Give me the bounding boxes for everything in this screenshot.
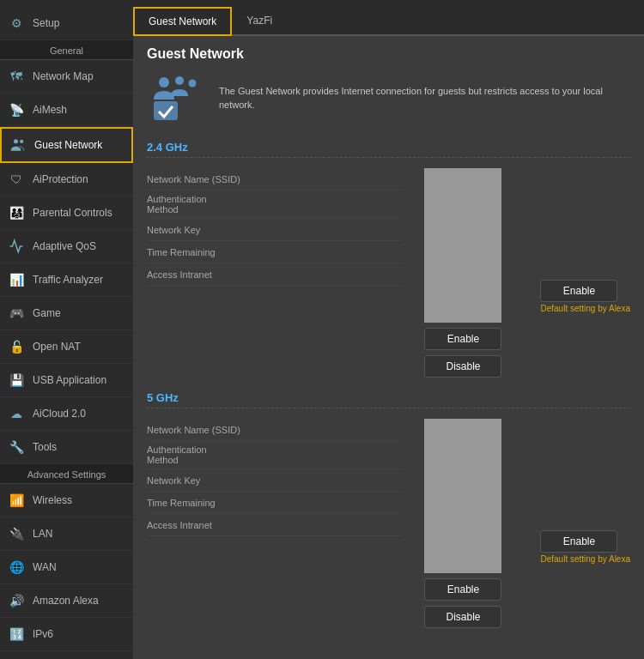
sidebar-item-adaptive-qos-label: Adaptive QoS	[33, 240, 96, 252]
disable-button-5ghz[interactable]: Disable	[424, 606, 501, 628]
sidebar-item-adaptive-qos[interactable]: Adaptive QoS	[0, 230, 133, 263]
sidebar-item-tools[interactable]: 🔧 Tools	[0, 431, 133, 464]
form-row-time-5: Time Remaining	[147, 492, 403, 514]
sidebar-item-aiprotection-label: AiProtection	[33, 173, 88, 185]
game-icon: 🎮	[7, 304, 26, 323]
sidebar-item-aiprotection[interactable]: 🛡 AiProtection	[0, 163, 133, 196]
right-column-5ghz: Enable Default setting by Alexa	[523, 419, 630, 628]
disable-button-24ghz[interactable]: Disable	[424, 355, 501, 378]
sidebar-item-game[interactable]: 🎮 Game	[0, 297, 133, 330]
top-bar	[0, 0, 644, 7]
svg-point-2	[159, 77, 169, 88]
sidebar-item-network-map-label: Network Map	[33, 70, 94, 82]
ssid-5-label: Network Name (SSID)	[147, 421, 267, 438]
center-column-5ghz: Enable Disable	[411, 419, 514, 628]
intranet-24-label: Access Intranet	[147, 266, 267, 283]
form-row-ssid-24: Network Name (SSID)	[147, 168, 403, 190]
tools-icon: 🔧	[7, 438, 26, 456]
svg-point-1	[20, 140, 23, 143]
tab-guest-network[interactable]: Guest Network	[133, 7, 232, 36]
guest-network-icon	[9, 136, 27, 154]
sidebar-item-ipv6[interactable]: 🔢 IPv6	[0, 618, 133, 651]
enable-button-5ghz-center[interactable]: Enable	[424, 578, 501, 601]
page-title: Guest Network	[147, 46, 630, 62]
sidebar-item-wan[interactable]: 🌐 WAN	[0, 551, 133, 584]
intranet-5-label: Access Intranet	[147, 517, 267, 534]
sidebar-item-setup-label: Setup	[33, 17, 59, 29]
key-24-label: Network Key	[147, 221, 267, 239]
sidebar-item-guest-network[interactable]: Guest Network	[0, 127, 133, 163]
network-panel-24ghz: Network Name (SSID) AuthenticationMethod…	[147, 168, 630, 378]
key-5-label: Network Key	[147, 472, 267, 489]
aicloud-icon: ☁	[7, 404, 26, 423]
ssid-24-label: Network Name (SSID)	[147, 171, 267, 188]
enable-button-24ghz-right[interactable]: Enable	[540, 280, 617, 302]
wan-icon: 🌐	[7, 558, 26, 577]
sidebar-item-open-nat-label: Open NAT	[33, 341, 81, 353]
sidebar: ⚙ Setup General 🗺 Network Map 📡 AiMesh G…	[0, 7, 133, 659]
gray-block-5ghz	[424, 419, 501, 573]
form-fields-24ghz: Network Name (SSID) AuthenticationMethod…	[147, 168, 403, 378]
lan-icon: 🔌	[7, 524, 26, 543]
form-row-auth-5: AuthenticationMethod	[147, 441, 403, 469]
tab-yazfi[interactable]: YazFi	[232, 7, 287, 34]
time-5-label: Time Remaining	[147, 494, 267, 511]
form-row-key-24: Network Key	[147, 219, 403, 241]
sidebar-item-open-nat[interactable]: 🔓 Open NAT	[0, 330, 133, 364]
tab-bar: Guest Network YazFi	[133, 7, 644, 36]
form-row-ssid-5: Network Name (SSID)	[147, 419, 403, 441]
svg-rect-5	[154, 101, 178, 120]
sidebar-item-amazon-alexa-label: Amazon Alexa	[33, 595, 99, 607]
sidebar-item-lan-label: LAN	[33, 528, 52, 540]
sidebar-item-usb-application-label: USB Application	[33, 374, 106, 386]
network-map-icon: 🗺	[7, 67, 26, 86]
network-panel-5ghz: Network Name (SSID) AuthenticationMethod…	[147, 419, 630, 628]
sidebar-item-wireless-label: Wireless	[33, 494, 72, 506]
sidebar-item-vpn[interactable]: 🔑 VPN	[0, 651, 133, 659]
sidebar-item-amazon-alexa[interactable]: 🔊 Amazon Alexa	[0, 584, 133, 618]
section-5ghz-divider	[147, 408, 630, 408]
traffic-analyzer-icon: 📊	[7, 270, 26, 289]
sidebar-item-wan-label: WAN	[33, 561, 57, 573]
alexa-label-5ghz: Default setting by Alexa	[540, 554, 630, 564]
auth-5-label: AuthenticationMethod	[147, 441, 267, 469]
enable-button-5ghz-right[interactable]: Enable	[540, 530, 617, 553]
wireless-icon: 📶	[7, 491, 26, 510]
center-column-24ghz: Enable Disable	[411, 168, 514, 378]
open-nat-icon: 🔓	[7, 337, 26, 356]
sidebar-item-parental-controls[interactable]: 👨‍👩‍👧 Parental Controls	[0, 196, 133, 230]
sidebar-item-aimesh-label: AiMesh	[33, 104, 67, 116]
form-row-time-24: Time Remaining	[147, 241, 403, 263]
svg-point-0	[14, 139, 18, 143]
form-fields-5ghz: Network Name (SSID) AuthenticationMethod…	[147, 419, 403, 628]
sidebar-item-traffic-analyzer[interactable]: 📊 Traffic Analyzer	[0, 263, 133, 297]
section-24ghz-divider	[147, 157, 630, 158]
sidebar-item-ipv6-label: IPv6	[33, 628, 53, 640]
page-content: Guest Network The Gu	[133, 36, 644, 659]
ipv6-icon: 🔢	[7, 625, 26, 644]
sidebar-item-lan[interactable]: 🔌 LAN	[0, 517, 133, 551]
usb-application-icon: 💾	[7, 371, 26, 390]
enable-button-24ghz-center[interactable]: Enable	[424, 328, 501, 350]
sidebar-item-wireless[interactable]: 📶 Wireless	[0, 484, 133, 517]
sidebar-item-aimesh[interactable]: 📡 AiMesh	[0, 94, 133, 127]
gray-block-24ghz	[424, 168, 501, 323]
sidebar-advanced-label: Advanced Settings	[0, 464, 133, 484]
svg-point-4	[189, 80, 197, 88]
alexa-label-24ghz: Default setting by Alexa	[540, 304, 630, 313]
sidebar-item-network-map[interactable]: 🗺 Network Map	[0, 60, 133, 94]
svg-point-3	[175, 76, 184, 85]
sidebar-item-parental-controls-label: Parental Controls	[33, 207, 112, 219]
sidebar-item-usb-application[interactable]: 💾 USB Application	[0, 364, 133, 397]
sidebar-item-aicloud-label: AiCloud 2.0	[33, 408, 86, 420]
sidebar-item-traffic-analyzer-label: Traffic Analyzer	[33, 274, 103, 286]
amazon-alexa-icon: 🔊	[7, 591, 26, 610]
right-column-24ghz: Enable Default setting by Alexa	[523, 168, 630, 378]
form-row-key-5: Network Key	[147, 469, 403, 492]
setup-icon: ⚙	[7, 14, 26, 33]
sidebar-item-setup[interactable]: ⚙ Setup	[0, 7, 133, 40]
sidebar-item-guest-network-label: Guest Network	[34, 139, 102, 151]
aimesh-icon: 📡	[7, 100, 26, 119]
sidebar-item-aicloud[interactable]: ☁ AiCloud 2.0	[0, 397, 133, 431]
form-row-intranet-24: Access Intranet	[147, 263, 403, 286]
